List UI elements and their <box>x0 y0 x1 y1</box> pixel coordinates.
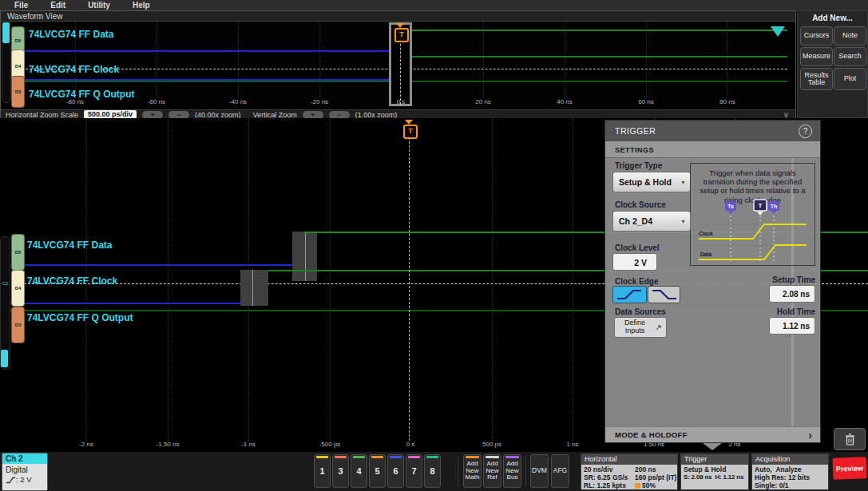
add-results-table-button[interactable]: Results Table <box>800 68 833 90</box>
channel-label-clock[interactable]: 74LVCG74 FF Clock <box>29 64 119 75</box>
trigger-panel-header[interactable]: TRIGGER ? <box>605 121 820 141</box>
axis-tick: -1 ns <box>241 441 256 448</box>
afg-button[interactable]: AFG <box>551 454 569 488</box>
add-cursors-button[interactable]: Cursors <box>800 26 833 46</box>
falling-edge-button[interactable] <box>648 286 680 303</box>
clock-edge-line <box>252 270 253 306</box>
channel-badge-d3[interactable]: D3 <box>11 76 25 108</box>
trigger-dashed-line <box>409 137 410 441</box>
menu-utility[interactable]: Utility <box>88 1 110 10</box>
divider <box>458 456 458 486</box>
axis-tick: 60 ns <box>638 98 654 105</box>
menu-help[interactable]: Help <box>133 1 150 10</box>
setup-hold-diagram: Ts T Th Clock Data <box>692 199 812 264</box>
settings-tab[interactable]: SETTINGS <box>605 141 820 158</box>
define-inputs-button[interactable]: Define Inputs <box>614 317 667 338</box>
add-note-button[interactable]: Note <box>834 26 866 46</box>
add-search-button[interactable]: Search <box>834 47 866 66</box>
channel-group-handle[interactable] <box>2 42 11 103</box>
channel-label-data[interactable]: 74LVCG74 FF Data <box>29 29 113 40</box>
trash-button[interactable] <box>834 428 866 450</box>
search-mark-icon[interactable] <box>771 26 785 37</box>
h-zoom-plus-button[interactable]: + <box>142 111 163 119</box>
clock-source-value: Ch 2_D4 <box>619 216 652 226</box>
chevron-down-icon: ▼ <box>680 219 686 224</box>
channel-badge-d4[interactable]: D4 <box>11 270 25 307</box>
clock-level-input[interactable]: 2 V <box>612 253 657 271</box>
channel-button-4[interactable]: 4 <box>351 454 367 488</box>
h-zoom-readout: (40.00x zoom) <box>195 111 241 119</box>
channel-label-q[interactable]: 74LVCG74 FF Q Output <box>27 312 133 323</box>
hold-time-input[interactable]: 1.12 ns <box>769 317 815 335</box>
channel-2-chip[interactable]: Ch 2 Digital : 2 V <box>2 453 48 491</box>
waveform-view-container: Waveform View T <box>0 10 796 118</box>
svg-text:Th: Th <box>771 204 778 209</box>
trigger-marker-icon[interactable]: T <box>394 28 409 42</box>
trigger-type-dropdown[interactable]: Setup & Hold ▼ <box>612 172 691 192</box>
data-transition-band <box>292 232 317 281</box>
panel-pointer-notch <box>703 443 722 450</box>
channel-color-stripe <box>426 456 438 458</box>
v-zoom-plus-button[interactable]: + <box>303 111 323 119</box>
channel-label-clock[interactable]: 74LVCG74 FF Clock <box>27 275 117 287</box>
trigger-status-box[interactable]: Trigger Setup & Hold S: 2.08 ns H: 1.12 … <box>680 453 749 490</box>
channel-badge-d5[interactable]: D5 <box>11 234 25 271</box>
axis-tick: -20 ns <box>311 98 328 105</box>
channel-color-stripe <box>353 456 365 458</box>
threshold-icon <box>6 477 16 484</box>
trigger-marker-icon[interactable]: T <box>403 125 418 139</box>
h-zoom-minus-button[interactable]: − <box>168 111 189 119</box>
setup-time-input[interactable]: 2.08 ns <box>769 285 815 303</box>
add-measure-button[interactable]: Measure <box>800 47 833 66</box>
mode-holdoff-bar[interactable]: MODE & HOLDOFF › <box>605 426 820 442</box>
channel-color-stripe <box>408 456 420 458</box>
status-bar: Ch 2 Digital : 2 V 1 3 4 5 6 7 8 Add New… <box>0 451 868 491</box>
trash-icon <box>845 434 855 445</box>
clock-source-dropdown[interactable]: Ch 2_D4 ▼ <box>612 211 691 232</box>
channel-color-stripe <box>371 456 383 458</box>
axis-tick: -80 ns <box>66 98 84 105</box>
ref-color-stripe <box>486 456 499 458</box>
help-icon[interactable]: ? <box>799 125 812 138</box>
preview-button[interactable]: Preview <box>833 457 867 479</box>
channel-button-row: 1 3 4 5 6 7 8 <box>314 454 441 488</box>
channel-button-6[interactable]: 6 <box>387 454 404 488</box>
trigger-panel-title: TRIGGER <box>615 126 656 136</box>
add-new-bus-button[interactable]: Add New Bus <box>503 454 521 488</box>
add-new-math-button[interactable]: Add New Math <box>463 454 482 488</box>
chevron-down-icon: ▼ <box>680 180 686 185</box>
menu-file[interactable]: File <box>14 1 28 10</box>
channel-button-8[interactable]: 8 <box>424 454 441 488</box>
trigger-type-readout: Setup & Hold <box>684 465 746 473</box>
falling-edge-icon <box>649 287 680 302</box>
axis-tick: -1.50 ns <box>157 441 180 448</box>
channel-badge-d3[interactable]: D3 <box>11 307 25 343</box>
horizontal-status-box[interactable]: Horizontal 20 ns/div 200 ns SR: 6.25 GS/… <box>581 453 678 490</box>
channel-group-tab[interactable] <box>2 22 10 43</box>
channel-button-3[interactable]: 3 <box>332 454 349 488</box>
v-zoom-minus-button[interactable]: − <box>329 111 350 119</box>
rising-edge-button[interactable] <box>612 286 647 303</box>
add-plot-button[interactable]: Plot <box>834 68 866 90</box>
dvm-button[interactable]: DVM <box>530 454 549 488</box>
menu-edit[interactable]: Edit <box>50 1 65 10</box>
channel-group-tab[interactable] <box>1 350 8 367</box>
add-new-title: Add New... <box>798 14 867 22</box>
channel-button-1[interactable]: 1 <box>314 454 331 488</box>
channel-label-data[interactable]: 74LVCG74 FF Data <box>27 240 112 251</box>
horizontal-position: 50% <box>642 481 656 489</box>
add-new-button-row: Add New Math Add New Ref Add New Bus <box>463 454 521 488</box>
gridline <box>646 22 647 98</box>
axis-tick: -60 ns <box>148 98 165 105</box>
gridline <box>319 22 320 98</box>
handle-label: C2 <box>2 281 9 286</box>
acquisition-status-box[interactable]: Acquisition Auto, Analyze High Res: 12 b… <box>751 453 829 490</box>
horizontal-title: Horizontal <box>581 454 677 465</box>
channel-button-5[interactable]: 5 <box>369 454 386 488</box>
channel-button-7[interactable]: 7 <box>406 454 422 488</box>
diagram-data-trace <box>699 245 807 259</box>
gridline <box>157 22 157 98</box>
add-new-ref-button[interactable]: Add New Ref <box>483 454 501 488</box>
trigger-panel: TRIGGER ? SETTINGS Trigger Type Setup & … <box>604 120 821 443</box>
channel-color-stripe <box>335 456 347 458</box>
